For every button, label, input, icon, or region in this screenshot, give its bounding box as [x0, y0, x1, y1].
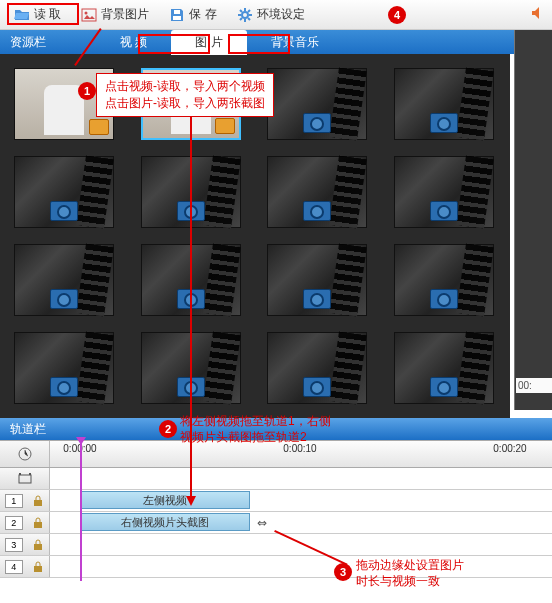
- settings-button[interactable]: 环境设定: [229, 3, 313, 26]
- thumb-empty[interactable]: [394, 244, 494, 316]
- thumb-empty[interactable]: [267, 156, 367, 228]
- annot-text: 拖动边缘处设置图片: [356, 558, 464, 574]
- read-label: 读 取: [34, 6, 61, 23]
- svg-rect-8: [29, 473, 31, 475]
- svg-rect-3: [174, 10, 180, 14]
- tracks: 1 左侧视频 2 右侧视频片头截图⇔ 3 4: [0, 468, 552, 578]
- lock-icon: [32, 517, 44, 529]
- save-label: 保 存: [189, 6, 216, 23]
- track-num: 3: [5, 538, 23, 552]
- gear-icon: [237, 7, 253, 23]
- track-1[interactable]: 1 左侧视频: [0, 490, 552, 512]
- track-num: 4: [5, 560, 23, 574]
- lock-icon: [32, 561, 44, 573]
- lock-icon: [32, 495, 44, 507]
- preview-panel: [514, 30, 552, 410]
- preview-time: 00:: [516, 378, 552, 393]
- playhead[interactable]: [80, 441, 82, 581]
- tab-image[interactable]: 图 片: [171, 30, 246, 55]
- clip-left-video[interactable]: 左侧视频: [80, 491, 250, 509]
- toolbar: 读 取 背景图片 保 存 环境设定: [0, 0, 552, 30]
- clip-label: 右侧视频片头截图: [121, 515, 209, 530]
- thumb-empty[interactable]: [14, 332, 114, 404]
- image-icon: [81, 7, 97, 23]
- svg-point-1: [85, 11, 88, 14]
- tab-bgm[interactable]: 背景音乐: [247, 30, 343, 55]
- svg-rect-0: [82, 9, 96, 21]
- resource-panel-title: 资源栏: [10, 34, 46, 51]
- track-4[interactable]: 4: [0, 556, 552, 578]
- svg-rect-6: [19, 475, 31, 483]
- annot-arrowhead: [186, 496, 196, 506]
- clock-icon: [17, 446, 33, 462]
- annot-text: 时长与视频一致: [356, 574, 464, 590]
- bgimage-label: 背景图片: [101, 6, 149, 23]
- bgimage-button[interactable]: 背景图片: [73, 3, 157, 26]
- save-icon: [169, 7, 185, 23]
- save-button[interactable]: 保 存: [161, 3, 224, 26]
- ruler-t2: 0:00:20: [493, 443, 526, 454]
- annot-text: 视频片头截图拖至轨道2: [180, 430, 331, 446]
- thumb-empty[interactable]: [394, 156, 494, 228]
- annot-text: 点击视频-读取，导入两个视频: [105, 78, 265, 95]
- thumb-empty[interactable]: [14, 156, 114, 228]
- svg-point-4: [242, 12, 248, 18]
- annot-callout-3: 拖动边缘处设置图片 时长与视频一致: [356, 558, 464, 589]
- thumb-empty[interactable]: [267, 68, 367, 140]
- svg-rect-10: [34, 522, 42, 528]
- svg-rect-2: [173, 16, 181, 20]
- thumb-empty[interactable]: [267, 332, 367, 404]
- folder-open-icon: [14, 7, 30, 23]
- resize-handle[interactable]: ⇔: [257, 516, 267, 530]
- track-num: 2: [5, 516, 23, 530]
- settings-label: 环境设定: [257, 6, 305, 23]
- read-button[interactable]: 读 取: [6, 3, 69, 26]
- clip-right-screenshot[interactable]: 右侧视频片头截图⇔: [80, 513, 250, 531]
- thumb-empty[interactable]: [394, 68, 494, 140]
- track-header-row: [0, 468, 552, 490]
- svg-rect-11: [34, 544, 42, 550]
- svg-rect-12: [34, 566, 42, 572]
- film-icon: [18, 472, 32, 486]
- thumb-empty[interactable]: [267, 244, 367, 316]
- track-num: 1: [5, 494, 23, 508]
- annot-callout-1: 点击视频-读取，导入两个视频 点击图片-读取，导入两张截图: [96, 73, 274, 117]
- annot-text: 点击图片-读取，导入两张截图: [105, 95, 265, 112]
- track-3[interactable]: 3: [0, 534, 552, 556]
- thumb-empty[interactable]: [394, 332, 494, 404]
- thumb-empty[interactable]: [14, 244, 114, 316]
- tab-video[interactable]: 视 频: [96, 30, 171, 55]
- lock-icon: [32, 539, 44, 551]
- svg-rect-9: [34, 500, 42, 506]
- annot-callout-2: 将左侧视频拖至轨道1，右侧 视频片头截图拖至轨道2: [180, 414, 331, 445]
- svg-rect-7: [19, 473, 21, 475]
- annot-text: 将左侧视频拖至轨道1，右侧: [180, 414, 331, 430]
- speaker-icon[interactable]: [530, 5, 546, 24]
